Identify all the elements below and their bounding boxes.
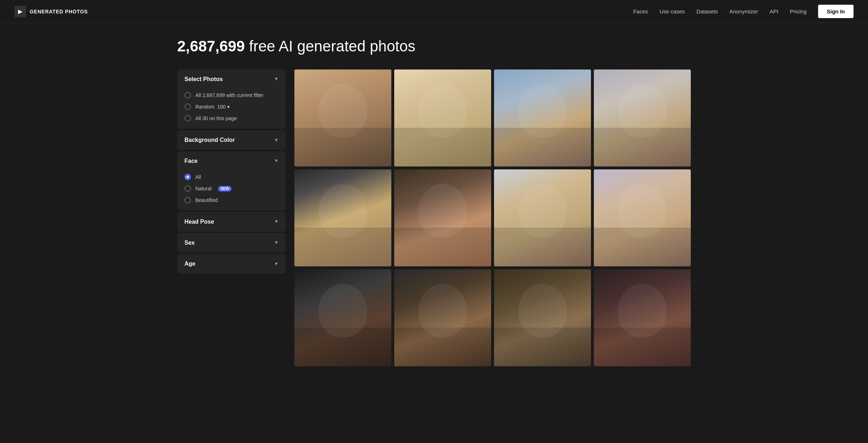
radio-all-30-page[interactable]: All 30 on this page: [184, 115, 278, 122]
sidebar: Select Photos ▲ All 2,687,699 with curre…: [177, 69, 286, 366]
select-photos-label: Select Photos: [184, 76, 223, 83]
photo-placeholder-1: [294, 69, 391, 166]
photo-placeholder-3: [494, 69, 591, 166]
nav-pricing[interactable]: Pricing: [790, 8, 807, 14]
radio-all-filter[interactable]: All 2,687,699 with current filter: [184, 92, 278, 98]
sidebar-section-background-color: Background Color ▼: [177, 130, 286, 150]
photo-item-1[interactable]: [294, 69, 391, 166]
navbar: ▶ GENERATED PHOTOS Faces Use cases Datas…: [0, 0, 868, 23]
age-label: Age: [184, 261, 195, 267]
photo-item-6[interactable]: [394, 169, 491, 266]
radio-circle-all-filter: [184, 92, 191, 98]
face-content: All Natural NEW Beautified: [177, 171, 286, 211]
photo-item-8[interactable]: [594, 169, 691, 266]
photo-grid-area: [294, 69, 691, 366]
radio-face-beautified[interactable]: Beautified: [184, 197, 278, 203]
photo-placeholder-7: [494, 169, 591, 266]
radio-circle-random-100: [184, 104, 191, 110]
photo-grid: [294, 69, 691, 366]
sidebar-section-sex: Sex ▲: [177, 233, 286, 253]
nav-anonymizer[interactable]: Anonymizer: [729, 8, 758, 14]
photo-count: 2,687,699: [177, 38, 245, 55]
face-header[interactable]: Face ▲: [177, 151, 286, 171]
photo-placeholder-12: [594, 269, 691, 366]
radio-circle-face-all: [184, 174, 191, 180]
page-title-rest: free AI generated photos: [249, 38, 416, 55]
photo-placeholder-9: [294, 269, 391, 366]
sex-header[interactable]: Sex ▲: [177, 233, 286, 253]
radio-circle-face-natural: [184, 185, 191, 192]
photo-item-9[interactable]: [294, 269, 391, 366]
radio-face-all[interactable]: All: [184, 174, 278, 180]
photo-placeholder-8: [594, 169, 691, 266]
photo-item-2[interactable]: [394, 69, 491, 166]
sidebar-section-face: Face ▲ All Natural NEW: [177, 151, 286, 211]
sidebar-section-select-photos: Select Photos ▲ All 2,687,699 with curre…: [177, 69, 286, 129]
radio-circle-face-beautified: [184, 197, 191, 203]
face-options: All Natural NEW Beautified: [184, 174, 278, 203]
sidebar-section-age: Age ▼: [177, 254, 286, 274]
radio-label-all-30: All 30 on this page: [195, 115, 237, 121]
photo-item-5[interactable]: [294, 169, 391, 266]
photo-placeholder-4: [594, 69, 691, 166]
radio-label-face-beautified: Beautified: [195, 197, 218, 203]
nav-links: Faces Use cases Datasets Anonymizer API …: [633, 8, 807, 14]
head-pose-chevron: ▲: [274, 219, 278, 224]
sex-chevron: ▲: [274, 240, 278, 245]
page-title: 2,687,699 free AI generated photos: [177, 38, 691, 55]
content-layout: Select Photos ▲ All 2,687,699 with curre…: [177, 69, 691, 366]
face-chevron: ▲: [274, 159, 278, 164]
radio-label-face-all: All: [195, 174, 201, 180]
age-chevron: ▼: [274, 261, 278, 266]
radio-random-100[interactable]: Random 100 ▾: [184, 104, 278, 110]
radio-label-face-natural: Natural: [195, 186, 212, 191]
photo-item-10[interactable]: [394, 269, 491, 366]
head-pose-label: Head Pose: [184, 219, 214, 225]
photo-item-7[interactable]: [494, 169, 591, 266]
new-badge: NEW: [218, 186, 231, 191]
select-photos-chevron: ▲: [274, 77, 278, 82]
main-content: 2,687,699 free AI generated photos Selec…: [163, 23, 705, 381]
photo-item-11[interactable]: [494, 269, 591, 366]
logo-icon: ▶: [14, 6, 26, 17]
radio-label-all-filter: All 2,687,699 with current filter: [195, 92, 263, 98]
photo-item-3[interactable]: [494, 69, 591, 166]
logo-text: GENERATED PHOTOS: [30, 9, 88, 14]
photo-placeholder-5: [294, 169, 391, 266]
age-header[interactable]: Age ▼: [177, 254, 286, 274]
radio-label-random-100: Random 100 ▾: [195, 104, 230, 110]
select-photos-header[interactable]: Select Photos ▲: [177, 69, 286, 89]
photo-placeholder-6: [394, 169, 491, 266]
sex-label: Sex: [184, 240, 195, 246]
signin-button[interactable]: Sign In: [818, 5, 854, 18]
background-color-header[interactable]: Background Color ▼: [177, 130, 286, 150]
face-label: Face: [184, 158, 197, 164]
select-photos-options: All 2,687,699 with current filter Random…: [184, 92, 278, 122]
select-photos-content: All 2,687,699 with current filter Random…: [177, 89, 286, 129]
photo-item-12[interactable]: [594, 269, 691, 366]
nav-datasets[interactable]: Datasets: [697, 8, 718, 14]
sidebar-section-head-pose: Head Pose ▲: [177, 212, 286, 232]
radio-circle-all-30: [184, 115, 191, 122]
radio-face-natural[interactable]: Natural NEW: [184, 185, 278, 192]
photo-item-4[interactable]: [594, 69, 691, 166]
photo-placeholder-11: [494, 269, 591, 366]
head-pose-header[interactable]: Head Pose ▲: [177, 212, 286, 232]
background-color-label: Background Color: [184, 137, 235, 143]
photo-placeholder-2: [394, 69, 491, 166]
nav-use-cases[interactable]: Use cases: [660, 8, 685, 14]
photo-placeholder-10: [394, 269, 491, 366]
background-color-chevron: ▼: [274, 138, 278, 143]
nav-faces[interactable]: Faces: [633, 8, 648, 14]
nav-api[interactable]: API: [770, 8, 778, 14]
nav-logo[interactable]: ▶ GENERATED PHOTOS: [14, 6, 88, 17]
